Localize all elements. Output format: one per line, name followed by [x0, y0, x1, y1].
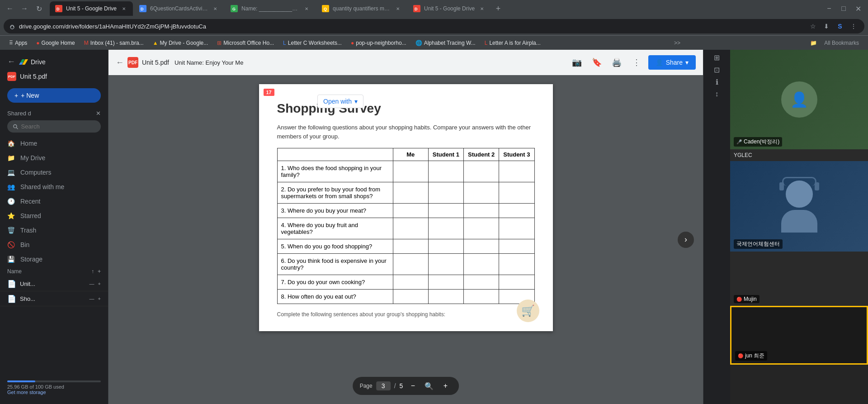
close-window-button[interactable]: ✕: [852, 2, 864, 15]
download-icon[interactable]: ⬇: [821, 21, 832, 32]
maximize-button[interactable]: □: [837, 2, 850, 15]
bookmark-alphabet-label: Alphabet Tracing W...: [424, 40, 476, 46]
tab-quantity[interactable]: Q quantity quantifiers multiple c... ✕: [316, 1, 407, 16]
nav-shared-with-me[interactable]: 👥 Shared with me: [0, 180, 103, 194]
bookmark-address-icon[interactable]: ☆: [807, 21, 818, 32]
tab-close-5[interactable]: ✕: [478, 5, 486, 12]
nav-trash[interactable]: 🗑️ Trash: [0, 223, 103, 238]
zoom-out-button[interactable]: −: [406, 380, 419, 392]
bookmark-folder-icon[interactable]: 📁: [810, 40, 817, 46]
mujin-name-label: 🔴 Mujin: [734, 295, 760, 303]
video-tile-jun: 🔴 jun 최준: [730, 306, 868, 365]
shared-header: Shared d ✕: [0, 108, 108, 119]
open-with-button[interactable]: Open with ▾: [317, 95, 363, 108]
next-page-button[interactable]: ›: [678, 232, 694, 248]
bookmarks-more[interactable]: >>: [670, 38, 684, 48]
bookmark-alphabet[interactable]: 🌐 Alphabet Tracing W...: [412, 38, 479, 48]
profile-icon[interactable]: S: [835, 21, 845, 32]
bookmark-popup[interactable]: ● pop-up-neighborho...: [347, 38, 410, 48]
file-row-sho[interactable]: 📄 Sho... — +: [0, 291, 108, 306]
forward-button[interactable]: →: [18, 2, 31, 15]
zoom-icon-button[interactable]: 🔍: [423, 380, 435, 392]
nav-trash-label: Trash: [20, 227, 36, 234]
file-icon-unit: 📄: [7, 279, 16, 288]
print-button[interactable]: 🖨️: [609, 54, 625, 71]
page-total: 5: [400, 382, 403, 390]
minimize-button[interactable]: −: [823, 2, 835, 15]
answer-1-me: [393, 161, 428, 182]
more-options-button[interactable]: ⋮: [628, 54, 645, 71]
file-row-unit[interactable]: 📄 Unit... — +: [0, 276, 108, 291]
tab-favicon-3: G: [231, 5, 238, 12]
page-number-badge: 17: [264, 89, 274, 96]
address-bar[interactable]: drive.google.com/drive/folders/1aHAmaHIt…: [4, 19, 864, 33]
bookmark-msoffice[interactable]: ⊞ Microsoft Office Ho...: [213, 38, 278, 48]
answer-1-s2: [464, 161, 499, 182]
nav-starred[interactable]: ⭐ Starred: [0, 209, 103, 223]
col-header-student2: Student 2: [464, 148, 499, 161]
reload-button[interactable]: ↻: [33, 2, 45, 15]
pdf-back-button[interactable]: ←: [116, 58, 124, 67]
tab-close-4[interactable]: ✕: [394, 5, 401, 12]
browser-controls: ← → ↻: [4, 2, 45, 15]
shared-search-toggle[interactable]: ✕: [96, 110, 101, 117]
bookmark-mydrive-label: My Drive - Google...: [160, 40, 208, 46]
back-button[interactable]: ←: [4, 2, 16, 15]
bookmark-letterc[interactable]: L Letter C Worksheets...: [279, 38, 345, 48]
tab-6question[interactable]: D 6QuestionCardsActivity-Food... ✕: [134, 1, 224, 16]
table-row: 4. Where do you buy fruit and vegetables…: [277, 218, 534, 239]
svg-text:D: D: [57, 7, 60, 11]
svg-text:D: D: [415, 7, 418, 11]
tab-unit5-drive-1[interactable]: D Unit 5 - Google Drive ✕: [50, 1, 133, 16]
storage-manage-link[interactable]: Get more storage: [7, 390, 101, 395]
panel-ctrl-4[interactable]: ↕: [715, 90, 719, 98]
drive-search-bar[interactable]: [7, 120, 101, 133]
file-share-sho: +: [98, 296, 101, 301]
browser-chrome: ← → ↻ D Unit 5 - Google Drive ✕ D 6Quest…: [0, 0, 868, 50]
tab-close-2[interactable]: ✕: [212, 5, 219, 12]
new-button-icon: +: [14, 92, 18, 99]
nav-recent[interactable]: 🕐 Recent: [0, 194, 103, 209]
page-number-input[interactable]: [376, 381, 391, 390]
tab-unit5-drive-2[interactable]: D Unit 5 - Google Drive ✕: [408, 1, 491, 16]
all-bookmarks-label[interactable]: All Bookmarks: [821, 38, 863, 48]
drive-search-input[interactable]: [21, 123, 95, 130]
new-tab-button[interactable]: +: [492, 2, 505, 15]
nav-computers-label: Computers: [20, 169, 51, 176]
camera-button[interactable]: 📷: [569, 54, 585, 71]
panel-ctrl-3[interactable]: ℹ: [716, 78, 718, 86]
col-header-question: [277, 148, 393, 161]
nav-bin[interactable]: 🚫 Bin: [0, 238, 103, 252]
storage-progress-fill: [7, 380, 35, 382]
bookmark-google-home[interactable]: ● Google Home: [33, 38, 78, 48]
bookmark-button[interactable]: 🔖: [589, 54, 605, 71]
drive-back-button[interactable]: ←: [7, 57, 15, 67]
pdf-content[interactable]: 17 Shopping Survey Answer the following …: [108, 75, 703, 404]
tab-close-3[interactable]: ✕: [303, 5, 310, 12]
svg-line-15: [16, 127, 18, 129]
lock-icon: [9, 23, 15, 29]
tab-name[interactable]: G Name: ______________l ✕: [225, 1, 316, 16]
new-button[interactable]: + + New: [7, 88, 101, 103]
nav-storage[interactable]: 💾 Storage: [0, 252, 103, 266]
answer-5-s2: [464, 239, 499, 254]
bookmark-lettera[interactable]: L Letter A is for Airpla...: [481, 38, 544, 48]
tab-close-1[interactable]: ✕: [120, 5, 127, 12]
nav-home[interactable]: 🏠 Home: [0, 136, 103, 151]
nav-computers[interactable]: 💻 Computers: [0, 165, 103, 180]
panel-ctrl-2[interactable]: ⊡: [714, 66, 720, 74]
yglec-name-text: 국제언어체험센터: [736, 240, 780, 248]
bookmark-apps[interactable]: ⠿ Apps: [5, 38, 31, 48]
chrome-menu-icon[interactable]: ⋮: [848, 21, 859, 32]
panel-ctrl-1[interactable]: ⊞: [714, 53, 720, 62]
pdf-toolbar: ← PDF Unit 5.pdf Unit Name: Enjoy Your M…: [108, 50, 703, 75]
jun-name-label: 🔴 jun 최준: [735, 351, 767, 361]
bookmark-letterc-label: Letter C Worksheets...: [288, 40, 342, 46]
bookmark-inbox[interactable]: M Inbox (41) - sam.bra...: [80, 38, 147, 48]
bookmark-mydrive[interactable]: ▲ My Drive - Google...: [149, 38, 212, 48]
survey-instructions: Answer the following questions about you…: [277, 123, 535, 141]
caden-avatar: 👤: [730, 50, 868, 149]
share-button[interactable]: 👤 Share ▾: [648, 55, 696, 70]
zoom-in-button[interactable]: +: [439, 380, 452, 392]
nav-my-drive[interactable]: 📁 My Drive: [0, 151, 103, 165]
